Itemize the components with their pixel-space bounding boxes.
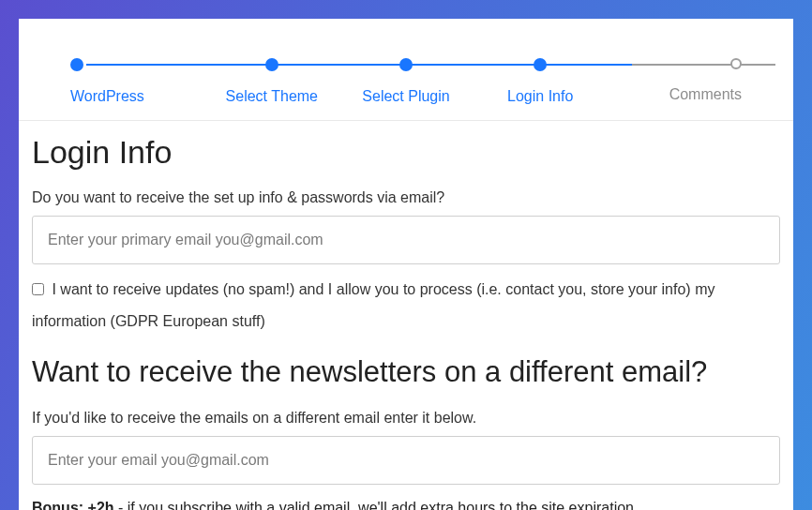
newsletter-email-input[interactable] [32, 436, 780, 485]
consent-row[interactable]: I want to receive updates (no spam!) and… [32, 274, 780, 337]
step-dot-icon [534, 58, 547, 71]
stepper-line-pending [632, 64, 775, 66]
step-dot-icon [70, 58, 83, 71]
stepper-line-done [86, 64, 632, 66]
bonus-label: Bonus: +2h [32, 500, 114, 510]
bonus-text: - if you subscribe with a valid email, w… [114, 500, 639, 510]
step-dot-icon [265, 58, 278, 71]
step-label: Select Theme [226, 88, 318, 105]
step-label: Comments [669, 86, 742, 103]
newsletter-label: If you'd like to receive the emails on a… [32, 410, 780, 427]
step-dot-icon [399, 58, 413, 71]
primary-email-input[interactable] [32, 216, 780, 264]
main-panel: WordPress Select Theme Select Plugin Log… [19, 19, 793, 510]
bonus-line: Bonus: +2h - if you subscribe with a val… [32, 500, 780, 510]
consent-checkbox[interactable] [32, 283, 44, 295]
step-label: WordPress [70, 88, 144, 105]
page-title: Login Info [32, 134, 780, 171]
step-dot-icon [730, 58, 742, 69]
primary-email-label: Do you want to receive the set up info &… [32, 189, 780, 206]
newsletter-title: Want to receive the newsletters on a dif… [32, 355, 780, 389]
step-label: Select Plugin [362, 88, 449, 105]
stepper: WordPress Select Theme Select Plugin Log… [19, 19, 793, 121]
step-label: Login Info [507, 88, 573, 105]
consent-text: I want to receive updates (no spam!) and… [32, 281, 714, 329]
content-area: Login Info Do you want to receive the se… [19, 121, 793, 510]
